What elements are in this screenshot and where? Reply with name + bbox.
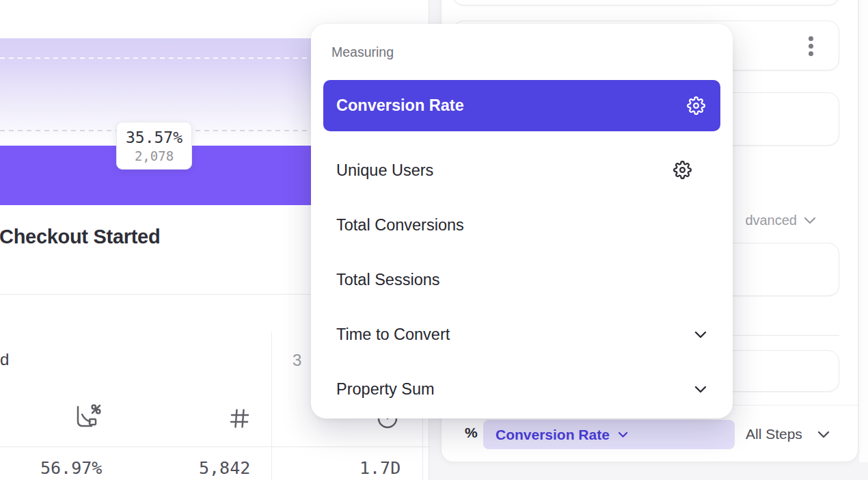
step-heading: Checkout Started xyxy=(0,226,160,248)
measurement-pill[interactable]: Conversion Rate xyxy=(483,420,735,449)
gear-icon[interactable] xyxy=(673,161,692,179)
menu-item-time-to-convert[interactable]: Time to Convert xyxy=(323,309,720,360)
dropdown-title: Measuring xyxy=(331,44,394,60)
table-header-step2-fragment: d xyxy=(0,350,9,369)
gear-icon[interactable] xyxy=(687,96,705,115)
chevron-down-icon xyxy=(618,431,628,438)
cell-uniques: 5,842 xyxy=(199,458,250,478)
query-step-card-top xyxy=(452,0,839,5)
chevron-down-icon[interactable] xyxy=(804,217,816,224)
menu-item-conversion-rate[interactable]: Conversion Rate xyxy=(323,80,720,131)
cell-conversion-rate: 56.97% xyxy=(40,458,102,478)
table-row-divider xyxy=(0,446,429,447)
hash-icon xyxy=(228,408,250,429)
column-divider-1 xyxy=(271,332,272,480)
menu-item-total-sessions[interactable]: Total Sessions xyxy=(323,254,720,305)
tooltip-count: 2,078 xyxy=(135,148,174,163)
chevron-down-icon xyxy=(694,331,707,338)
menu-item-property-sum[interactable]: Property Sum xyxy=(323,364,720,414)
app-screen: 35.57% 2,078 Checkout Started d 3 xyxy=(0,0,868,480)
table-header-step3-fragment: 3 xyxy=(293,351,301,370)
funnel-tooltip: 35.57% 2,078 xyxy=(116,122,192,170)
chevron-down-icon xyxy=(694,386,707,393)
menu-item-unique-users[interactable]: Unique Users xyxy=(323,145,720,196)
steps-selector[interactable]: All Steps xyxy=(746,426,802,442)
chevron-down-icon[interactable] xyxy=(817,431,830,438)
cell-time-to-convert: 1.7D xyxy=(360,458,401,478)
tooltip-conversion-rate: 35.57% xyxy=(126,129,182,146)
steps-selector-label: All Steps xyxy=(746,426,802,442)
conversion-rate-icon xyxy=(74,402,103,431)
menu-item-total-conversions[interactable]: Total Conversions xyxy=(323,200,720,250)
measurement-pill-label: Conversion Rate xyxy=(496,427,610,443)
right-margin xyxy=(859,0,868,462)
percent-glyph: % xyxy=(465,425,478,441)
kebab-menu-icon[interactable] xyxy=(809,36,813,56)
measuring-dropdown: Measuring Conversion Rate Unique Users xyxy=(311,24,733,418)
